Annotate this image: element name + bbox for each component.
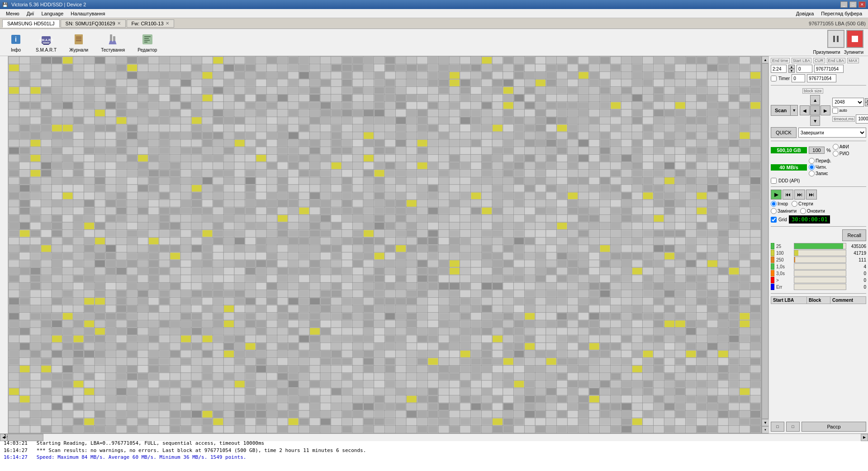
end-time-input[interactable] <box>771 65 787 73</box>
device-tab-close-2[interactable]: ✕ <box>166 21 169 26</box>
device-tab-close-1[interactable]: ✕ <box>117 21 121 26</box>
minimize-btn[interactable]: _ <box>840 1 848 8</box>
stat-bar-100 <box>794 250 846 256</box>
zavershyty-select[interactable]: Завершити <box>798 128 866 138</box>
stat-bar-gt <box>794 277 846 283</box>
bottom-btn-2[interactable]: □ <box>786 422 800 432</box>
timeout-select[interactable]: 10000500030000 <box>856 114 868 124</box>
quick-button[interactable]: QUICK <box>771 127 797 138</box>
toolbar-editor[interactable]: Редактор <box>133 30 161 55</box>
recall-row: Recall <box>771 229 866 241</box>
menu-item-dii[interactable]: Диї <box>23 10 38 17</box>
menu-item-menu[interactable]: Меню <box>2 10 23 17</box>
ddd-api-checkbox[interactable] <box>771 178 777 184</box>
radio-erase[interactable] <box>792 201 797 207</box>
radio-read[interactable] <box>809 164 815 170</box>
radio-write[interactable] <box>809 171 815 176</box>
nav-left-btn[interactable]: ◀ <box>800 105 810 115</box>
toolbar-smart[interactable]: S.M.A.R.T S.M.A.R.T <box>32 30 61 55</box>
radio-verif[interactable] <box>809 158 815 164</box>
radio-refresh[interactable] <box>800 208 806 214</box>
max-label: MAX <box>847 58 859 63</box>
play-btn-play[interactable]: ▶ <box>771 190 782 200</box>
device-tab-2[interactable]: Fw: CR100-13 ✕ <box>127 19 174 28</box>
block-spin-down[interactable]: ▼ <box>865 102 868 106</box>
play-btn-next[interactable]: ⏭ <box>806 190 817 200</box>
block-spin-up[interactable]: ▲ <box>865 98 868 102</box>
timer-value-input[interactable] <box>792 74 805 82</box>
end-lba-input[interactable] <box>814 65 844 73</box>
end-time-spin-up[interactable]: ▲ <box>788 65 795 69</box>
nav-center-btn[interactable]: ● <box>810 105 820 115</box>
recall-button[interactable]: Recall <box>842 229 866 241</box>
timer-checkbox[interactable] <box>771 76 777 81</box>
scroll-up-btn[interactable]: ▲ <box>762 56 769 63</box>
device-tab-0[interactable]: SAMSUNG HD501LJ <box>2 19 60 28</box>
afi-label: АФИ <box>840 144 849 149</box>
radio-pio[interactable] <box>833 151 839 157</box>
nav-right-btn[interactable]: ▶ <box>821 105 830 115</box>
toolbar-journals-label: Журнали <box>69 48 88 52</box>
start-lba-input[interactable] <box>797 65 812 73</box>
h-scroll-thumb[interactable] <box>7 434 43 441</box>
grid-checkbox[interactable] <box>771 217 777 223</box>
block-size-label: block size <box>802 88 823 94</box>
table-header-block: Block <box>807 297 830 304</box>
percent-sign: % <box>826 147 831 153</box>
erase-label: Стерти <box>798 201 813 206</box>
radio-afi[interactable] <box>833 144 839 150</box>
close-btn[interactable]: ✕ <box>859 1 866 8</box>
journals-icon <box>71 32 86 47</box>
passrp-button[interactable]: Рассp <box>802 422 866 432</box>
replace-refresh-row: Замінити Оновити <box>771 208 866 214</box>
capacity-display: 500,10 GB <box>771 147 807 153</box>
end-time-spin-down[interactable]: ▼ <box>788 69 795 73</box>
timer-prefix: 30: <box>792 216 802 223</box>
h-scroll-right-btn[interactable]: ▶ <box>861 434 868 441</box>
table-header-comment: Comment <box>830 297 866 304</box>
menu-item-help[interactable]: Довідка <box>792 10 818 17</box>
scroll-track[interactable] <box>762 63 768 419</box>
auto-checkbox[interactable] <box>832 108 838 114</box>
stop-label: Зупинити <box>844 50 863 55</box>
stat-row-100: 100 41719 <box>771 250 866 256</box>
write-label: Запис <box>816 171 828 176</box>
toolbar-info[interactable]: i Інфо <box>5 30 27 55</box>
stop-button[interactable] <box>846 30 863 48</box>
menu-item-settings[interactable]: Налаштування <box>67 10 109 17</box>
scan-area[interactable] <box>8 56 761 433</box>
svg-rect-22 <box>852 36 858 42</box>
timeout-label: timeout,ms <box>832 116 855 122</box>
stat-label-25: 25 <box>776 244 792 249</box>
panel-row-blocksize-label: block size <box>771 88 866 94</box>
ignore-label: Ігнор <box>778 201 788 206</box>
menu-item-language[interactable]: Language <box>38 10 67 17</box>
nav-down-btn[interactable]: ▼ <box>810 116 820 126</box>
play-btn-prev[interactable]: ⏭ <box>794 190 805 200</box>
scroll-extra-btn[interactable]: ▼ <box>762 426 769 433</box>
radio-replace[interactable] <box>771 208 777 214</box>
speed-display: 40 MB/s <box>771 164 807 171</box>
toolbar-testing[interactable]: Тестування <box>97 30 129 55</box>
bottom-btn-1[interactable]: □ <box>771 422 784 432</box>
maximize-btn[interactable]: □ <box>849 1 857 8</box>
toolbar-journals[interactable]: Журнали <box>65 30 92 55</box>
scan-button[interactable]: Scan <box>771 105 791 116</box>
stat-label-250: 250 <box>776 257 792 262</box>
svg-rect-12 <box>113 36 115 41</box>
nav-up-btn[interactable]: ▲ <box>810 95 820 105</box>
menu-item-buffer[interactable]: Перегляд буфера <box>817 10 866 17</box>
scan-dropdown-arrow[interactable]: ▼ <box>791 105 798 116</box>
device-tab-1[interactable]: SN: S0MU1FQ301629 ✕ <box>61 19 126 28</box>
radio-ignore[interactable] <box>771 201 777 207</box>
end-lba-input2[interactable] <box>807 74 836 82</box>
scroll-thumb[interactable] <box>762 63 768 419</box>
scroll-down-btn[interactable]: ▼ <box>762 419 769 426</box>
play-btn-rewind[interactable]: ⏮ <box>783 190 793 200</box>
block-size-select[interactable]: 20485124096 <box>832 98 864 107</box>
stat-bar-3s <box>794 270 846 276</box>
pause-button[interactable] <box>827 30 844 48</box>
scan-scrollbar: ▲ ▼ ▼ <box>761 56 768 433</box>
h-scroll-track[interactable] <box>7 434 861 441</box>
divider-2 <box>771 141 866 141</box>
